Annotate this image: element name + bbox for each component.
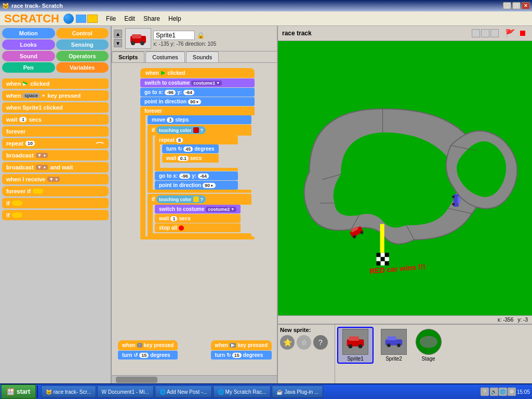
forever-block-container: forever move 3 steps if to: [140, 107, 255, 240]
block-forever-if[interactable]: forever if: [2, 186, 109, 196]
if-touching-yellow-header[interactable]: if touching color ?: [148, 194, 251, 205]
svg-point-34: [349, 344, 353, 349]
new-sprite-bar: New sprite: ⭐ ☆ ?: [278, 325, 335, 383]
taskbar-time: 15:05: [517, 389, 530, 395]
block-broadcast[interactable]: broadcast ▼: [2, 150, 109, 161]
screenshot-icon[interactable]: [87, 15, 98, 23]
when-right-key-block[interactable]: when ▶ key pressed: [211, 340, 272, 350]
point-direction-block[interactable]: point in direction 90▼: [140, 97, 255, 106]
globe-icon[interactable]: [63, 14, 74, 24]
cat-operators[interactable]: Operators: [56, 51, 109, 61]
taskbar-item-java[interactable]: ☕ Java Plug-in ...: [272, 385, 323, 398]
svg-rect-2: [132, 34, 141, 38]
sprite-name-input[interactable]: [153, 31, 195, 40]
menu-edit[interactable]: Edit: [120, 14, 139, 23]
stop-all-block[interactable]: stop all: [155, 223, 241, 232]
main-script-stack: when clicked switch to costume costume1▼…: [140, 68, 255, 240]
tab-sounds[interactable]: Sounds: [186, 51, 219, 62]
when-clicked-block[interactable]: when clicked: [140, 68, 255, 78]
if-touching-yellow-container: if touching color ? switch to costume co…: [148, 194, 251, 236]
goto-xy-block[interactable]: go to x: -96 y: -64: [140, 88, 255, 97]
svg-rect-33: [349, 336, 359, 341]
turn-45-block[interactable]: turn ↻ 45 degrees: [162, 144, 219, 153]
taskbar: 🪟 start 🐱 race track- Scr... W Document1…: [0, 383, 532, 399]
taskbar-right: ? 🔊 🌐 ⚙ 15:05: [481, 388, 532, 396]
block-when-key[interactable]: when space▼ key pressed: [2, 90, 109, 101]
block-wait[interactable]: wait 1 secs: [2, 114, 109, 125]
block-if-1[interactable]: if: [2, 198, 109, 208]
tray-icon-2: 🌐: [499, 388, 507, 396]
block-repeat[interactable]: repeat 10: [2, 138, 109, 149]
block-when-receive[interactable]: when I receive ▼: [2, 174, 109, 184]
cat-motion[interactable]: Motion: [2, 28, 55, 38]
flag-button[interactable]: 🚩: [505, 28, 515, 38]
svg-rect-14: [377, 253, 381, 257]
middle-panel: ▲ ▼ 🔒 x: -135 y: -76: [112, 26, 278, 383]
stage-title: race track: [282, 30, 312, 37]
turn-left-block[interactable]: turn ↺ 15 degrees: [118, 351, 178, 360]
repeat-8-header[interactable]: repeat 8: [155, 136, 238, 144]
tray-help[interactable]: ?: [481, 388, 489, 396]
menu-file[interactable]: File: [102, 14, 120, 23]
wait-01-block[interactable]: wait 0.1 secs: [162, 154, 219, 163]
taskbar-item-word[interactable]: W Document1 - Mi...: [97, 385, 154, 398]
close-button[interactable]: ✕: [522, 2, 530, 9]
scroll-thumb[interactable]: [116, 377, 157, 383]
taskbar-item-scratch[interactable]: 🐱 race track- Scr...: [41, 385, 96, 398]
tab-costumes[interactable]: Costumes: [145, 51, 185, 62]
tray-icon-3: ⚙: [508, 388, 516, 396]
goto-xy-2-block[interactable]: go to x: -96 y: -64: [155, 171, 238, 180]
cat-variables[interactable]: Variables: [56, 62, 109, 73]
new-sprite-star[interactable]: ⭐: [280, 335, 295, 350]
menu-help[interactable]: Help: [164, 14, 185, 23]
sprite-nav-next[interactable]: ▼: [114, 39, 122, 47]
sprite-name-row: 🔒: [153, 31, 275, 40]
block-if-2[interactable]: if: [2, 210, 109, 220]
save-icon[interactable]: [76, 15, 86, 23]
titlebar-right: _ □ ✕: [503, 2, 530, 9]
block-forever[interactable]: forever: [2, 126, 109, 137]
scripts-scrollbar[interactable]: [112, 375, 277, 383]
switch-costume-block[interactable]: switch to costume costume1▼: [140, 78, 255, 87]
svg-rect-17: [377, 257, 381, 261]
tab-scripts[interactable]: Scripts: [112, 51, 144, 62]
point-direction-2-block[interactable]: point in direction 90▼: [155, 181, 238, 190]
taskbar-item-post[interactable]: 🌐 Add New Post -...: [155, 385, 212, 398]
turn-right-block[interactable]: turn ↻ 15 degrees: [211, 351, 272, 360]
sprite-nav-prev[interactable]: ▲: [114, 30, 122, 38]
cat-sound[interactable]: Sound: [2, 51, 55, 61]
block-when-sprite-clicked[interactable]: when Sprite1 clicked: [2, 102, 109, 113]
stage-footer: x: -356 y: -3: [278, 315, 532, 324]
sprite-1-thumb[interactable]: Sprite1: [337, 327, 374, 364]
move-steps-block[interactable]: move 3 steps: [148, 115, 251, 124]
layout-1-btn[interactable]: [472, 29, 480, 37]
wait-1-block[interactable]: wait 1 secs: [155, 214, 241, 223]
new-sprite-question[interactable]: ?: [313, 335, 328, 350]
stop-button[interactable]: ⏹: [517, 28, 528, 38]
layout-3-btn[interactable]: [490, 29, 499, 37]
maximize-button[interactable]: □: [512, 2, 521, 9]
sprite-header: ▲ ▼ 🔒 x: -135 y: -76: [112, 26, 277, 51]
start-button[interactable]: 🪟 start: [1, 384, 36, 399]
forever-header[interactable]: forever: [140, 107, 255, 115]
cat-control[interactable]: Control: [56, 28, 109, 38]
cat-sensing[interactable]: Sensing: [56, 39, 109, 50]
cat-pen[interactable]: Pen: [2, 62, 55, 73]
stage-item[interactable]: Stage: [414, 327, 443, 364]
new-sprite-star2[interactable]: ☆: [297, 335, 311, 350]
sprite-position: x: -135 y: -76 direction: 105: [153, 41, 275, 47]
svg-point-30: [452, 203, 455, 205]
sprite-2-thumb[interactable]: Sprite2: [376, 327, 412, 364]
when-up-key-block[interactable]: when ↑ key pressed: [118, 340, 178, 350]
cat-looks[interactable]: Looks: [2, 39, 55, 50]
switch-costume2-block[interactable]: switch to costume costume2▼: [155, 205, 241, 214]
layout-2-btn[interactable]: [481, 29, 489, 37]
if-touching-red-header[interactable]: if touching color ?: [148, 125, 251, 136]
window-title: race track- Scratch: [11, 3, 63, 9]
block-broadcast-wait[interactable]: broadcast ▼ and wait: [2, 162, 109, 172]
menu-share[interactable]: Share: [139, 14, 164, 23]
minimize-button[interactable]: _: [503, 2, 511, 9]
taskbar-item-myscr[interactable]: 🌐 My Scratch Rac...: [213, 385, 271, 398]
block-when-clicked[interactable]: when ▶ clicked: [2, 78, 109, 89]
sprite-thumbnail: [125, 28, 151, 49]
